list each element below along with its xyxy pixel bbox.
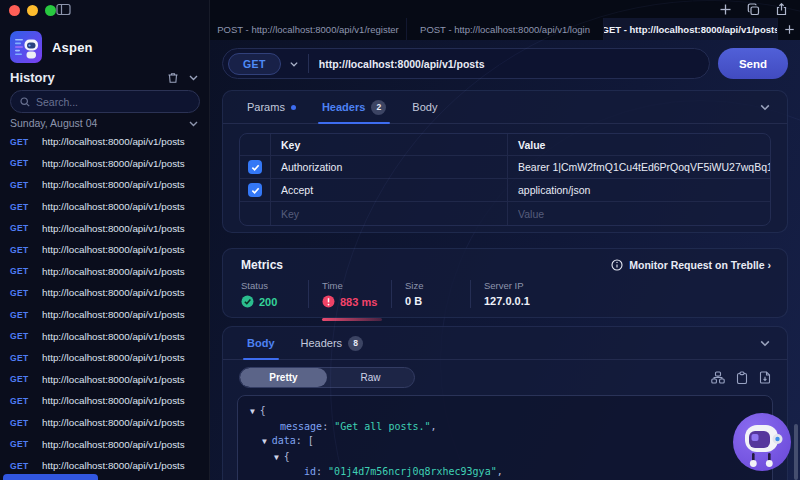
search-input[interactable] [36,96,190,108]
history-item-url: http://localhost:8000/api/v1/posts [42,136,185,147]
metrics-panel: Metrics Monitor Request on Treblle › Sta… [222,248,788,318]
group-chevron-down-icon[interactable] [188,118,199,129]
minimize-window-button[interactable] [27,5,38,16]
code-line: id: "01j4d7m56ncrj0q8rxhec93gya", [250,465,760,480]
tab-body-label: Body [412,101,437,113]
history-item[interactable]: GET http://localhost:8000/api/v1/posts [0,239,209,261]
history-item-method: GET [10,310,34,320]
code-fold-arrow[interactable]: ▼ [274,453,284,462]
sidebar-toggle-icon[interactable] [56,3,71,16]
tab-headers[interactable]: Headers 2 [322,91,386,123]
header-key[interactable]: Accept [270,179,507,201]
history-item-url: http://localhost:8000/api/v1/posts [42,439,185,450]
header-key[interactable]: Authorization [270,156,507,178]
history-item[interactable]: GET http://localhost:8000/api/v1/posts [0,325,209,347]
scrollbar-thumb[interactable] [794,424,798,480]
sidebar: Aspen History Sunday, August 04 [0,0,210,480]
tab-response-headers[interactable]: Headers 8 [301,327,364,359]
response-toolbar: Pretty Raw [223,360,787,388]
history-collapse-chevron-icon[interactable] [188,72,199,83]
status-check-icon [241,295,254,308]
copy-response-icon[interactable] [736,371,748,384]
history-item[interactable]: GET http://localhost:8000/api/v1/posts [0,174,209,196]
assistant-robot-button[interactable] [732,412,792,472]
header-value[interactable]: Bearer 1|CmW2fmQ1Cu4tEd6PrQoqVF5iWU27wqB… [507,156,770,178]
tab-login[interactable]: POST - http://localhost:8000/api/v1/logi… [407,18,604,40]
url-input[interactable] [319,58,697,70]
monitor-on-treblle-link[interactable]: Monitor Request on Treblle › [611,259,771,271]
history-item[interactable]: GET http://localhost:8000/api/v1/posts [0,153,209,175]
add-tab-plus-icon[interactable] [778,18,800,40]
tab-label: POST - http://localhost:8000/api/v1/logi… [420,24,590,35]
header-value[interactable]: application/json [507,179,770,201]
history-item-method: GET [10,353,34,363]
code-token-key: data [272,435,296,446]
collapse-chevron-icon[interactable] [759,337,771,349]
history-item-method: GET [10,439,34,449]
response-headers-count-badge: 8 [348,336,363,351]
header-row-new [240,202,770,225]
history-item[interactable]: GET http://localhost:8000/api/v1/posts [0,433,209,455]
tab-posts-active[interactable]: GET - http://localhost:8000/api/v1/posts [604,18,778,40]
tab-register[interactable]: POST - http://localhost:8000/api/v1/regi… [210,18,407,40]
history-item[interactable]: GET http://localhost:8000/api/v1/posts [0,390,209,412]
history-item-method: GET [10,202,34,212]
titlebar: POST - http://localhost:8000/api/v1/regi… [210,0,800,40]
history-item-method: GET [10,180,34,190]
new-value-input[interactable] [518,208,760,220]
history-item[interactable]: GET http://localhost:8000/api/v1/posts [0,196,209,218]
tab-body[interactable]: Body [412,91,437,123]
history-item[interactable]: GET http://localhost:8000/api/v1/posts [0,369,209,391]
method-chevron-down-icon[interactable] [289,59,299,69]
method-selector[interactable]: GET [228,53,281,75]
size-label: Size [405,280,470,291]
history-item[interactable]: GET http://localhost:8000/api/v1/posts [0,282,209,304]
history-item[interactable]: GET http://localhost:8000/api/v1/posts [0,261,209,283]
raw-toggle[interactable]: Raw [327,368,414,387]
key-column-header: Key [270,134,507,155]
tab-params[interactable]: Params [247,91,296,123]
history-date-group[interactable]: Sunday, August 04 [10,117,199,129]
share-icon[interactable] [775,3,788,16]
titlebar-actions [719,3,788,16]
checkbox-checked[interactable] [248,160,262,174]
history-item[interactable]: GET http://localhost:8000/api/v1/posts [0,412,209,434]
tab-label: GET - http://localhost:8000/api/v1/posts [604,24,778,35]
app-brand: Aspen [10,31,93,63]
history-date-label: Sunday, August 04 [10,117,188,129]
history-item[interactable]: GET http://localhost:8000/api/v1/posts [0,304,209,326]
size-value: 0 B [405,295,422,307]
history-item-method: GET [10,245,34,255]
history-item-url: http://localhost:8000/api/v1/posts [42,158,185,169]
history-item-method: GET [10,396,34,406]
tab-response-body[interactable]: Body [247,327,275,359]
checkbox-checked[interactable] [248,183,262,197]
history-item[interactable]: GET http://localhost:8000/api/v1/posts [0,131,209,153]
download-response-icon[interactable] [759,371,771,384]
send-button[interactable]: Send [718,48,788,79]
code-token-key: message [280,421,322,432]
tab-response-headers-label: Headers [301,337,343,349]
search-icon [20,97,30,107]
code-fold-arrow[interactable]: ▼ [250,407,260,416]
history-item-url: http://localhost:8000/api/v1/posts [42,460,185,471]
history-item-selected-partial[interactable] [3,474,98,480]
history-item-url: http://localhost:8000/api/v1/posts [42,223,185,234]
close-window-button[interactable] [9,5,20,16]
format-tree-icon[interactable] [711,371,725,384]
metric-server-ip: Server IP 127.0.0.1 [484,280,530,308]
trash-icon[interactable] [167,72,179,84]
history-item[interactable]: GET http://localhost:8000/api/v1/posts [0,217,209,239]
new-request-plus-icon[interactable] [719,3,732,16]
zoom-window-button[interactable] [45,5,56,16]
code-fold-arrow[interactable]: ▼ [262,437,272,446]
history-item[interactable]: GET http://localhost:8000/api/v1/posts [0,347,209,369]
pretty-toggle[interactable]: Pretty [240,368,327,387]
new-key-input[interactable] [281,208,497,220]
history-item-url: http://localhost:8000/api/v1/posts [42,331,185,342]
duplicate-copy-icon[interactable] [747,3,760,16]
app-logo [10,31,42,63]
collapse-chevron-icon[interactable] [759,101,771,113]
request-workspace: GET Send Params Headers [210,40,800,480]
response-code: ▼ { message: "Get all posts.", ▼ data: [… [250,404,760,480]
